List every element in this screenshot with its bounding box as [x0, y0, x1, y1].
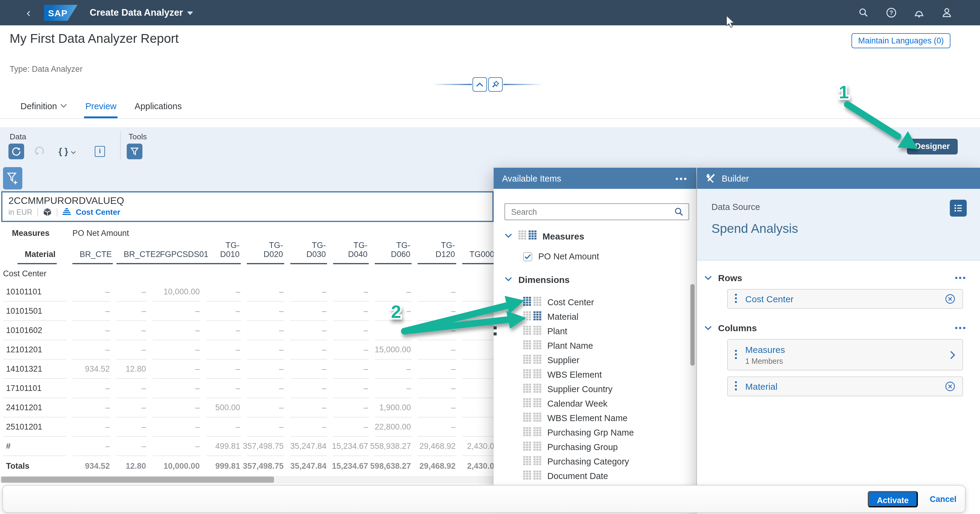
- table-cell[interactable]: [459, 360, 494, 379]
- filter-button[interactable]: [127, 143, 142, 159]
- row-label[interactable]: 12101201: [0, 340, 69, 360]
- table-cell[interactable]: –: [287, 282, 330, 302]
- table-cell[interactable]: –: [287, 302, 330, 321]
- table-cell[interactable]: 12.80: [113, 360, 150, 379]
- checkbox-checked[interactable]: [523, 252, 532, 261]
- tree-item-dimension[interactable]: Supplier Country: [494, 382, 696, 396]
- horizontal-scrollbar[interactable]: [0, 476, 494, 483]
- tab-preview[interactable]: Preview: [85, 94, 116, 118]
- tree-item-dimension[interactable]: Purchasing Group: [494, 440, 696, 454]
- tree-item-measure[interactable]: PO Net Amount: [494, 249, 696, 264]
- table-cell[interactable]: –: [330, 302, 372, 321]
- table-cell[interactable]: –: [330, 340, 372, 360]
- table-cell[interactable]: –: [330, 321, 372, 340]
- remove-icon[interactable]: [945, 381, 955, 391]
- table-cell[interactable]: 357,498.75: [244, 437, 287, 456]
- row-label[interactable]: 10101602: [0, 321, 69, 340]
- table-cell[interactable]: –: [415, 360, 459, 379]
- table-cell[interactable]: [459, 379, 494, 398]
- table-cell[interactable]: –: [330, 360, 372, 379]
- row-label[interactable]: 17101101: [0, 379, 69, 398]
- table-cell[interactable]: 22,800.00: [372, 417, 415, 437]
- table-cell[interactable]: –: [69, 282, 113, 302]
- table-cell[interactable]: –: [244, 417, 287, 437]
- row-label[interactable]: 10101501: [0, 302, 69, 321]
- column-header[interactable]: BR_CTE2: [113, 241, 150, 264]
- table-cell[interactable]: 15,000.00: [372, 340, 415, 360]
- table-cell[interactable]: –: [372, 282, 415, 302]
- column-header[interactable]: TG-D040: [330, 241, 372, 264]
- table-cell[interactable]: –: [69, 340, 113, 360]
- tree-item-dimension[interactable]: Plant: [494, 324, 696, 339]
- builder-card-material[interactable]: Material: [727, 376, 963, 396]
- pin-header-button[interactable]: [488, 77, 503, 92]
- search-input[interactable]: [510, 207, 674, 217]
- maintain-languages-button[interactable]: Maintain Languages (0): [851, 33, 950, 48]
- axis-dimension-link[interactable]: Cost Center: [76, 207, 120, 216]
- table-cell[interactable]: –: [415, 302, 459, 321]
- collapse-header-button[interactable]: [473, 77, 487, 92]
- table-cell[interactable]: 1,900.00: [372, 398, 415, 417]
- table-cell[interactable]: 12.80: [113, 456, 150, 476]
- row-dimension-label[interactable]: Cost Center: [0, 264, 494, 282]
- table-cell[interactable]: 10,000.00: [150, 282, 204, 302]
- tab-definition[interactable]: Definition: [21, 94, 67, 118]
- back-icon[interactable]: ‹: [27, 6, 30, 19]
- table-cell[interactable]: –: [204, 321, 244, 340]
- refresh-button[interactable]: [8, 143, 24, 159]
- tree-item-dimension[interactable]: WBS Element: [494, 368, 696, 382]
- table-cell[interactable]: –: [330, 282, 372, 302]
- panel-scrollbar-thumb[interactable]: [690, 284, 695, 366]
- table-cell[interactable]: 29,468.92: [415, 437, 459, 456]
- builder-card-cost-center[interactable]: Cost Center: [727, 289, 963, 309]
- row-label[interactable]: #: [0, 437, 69, 456]
- table-cell[interactable]: –: [204, 282, 244, 302]
- table-cell[interactable]: –: [244, 302, 287, 321]
- column-header[interactable]: FGPCSDS01: [150, 241, 204, 264]
- tree-item-dimension[interactable]: Purchasing Category: [494, 454, 696, 469]
- table-cell[interactable]: –: [69, 398, 113, 417]
- cancel-button[interactable]: Cancel: [930, 494, 956, 503]
- table-cell[interactable]: –: [244, 379, 287, 398]
- table-cell[interactable]: 15,234.67: [330, 437, 372, 456]
- table-cell[interactable]: –: [69, 321, 113, 340]
- table-cell[interactable]: 15,234.67: [330, 456, 372, 476]
- table-cell[interactable]: 598,638.27: [372, 456, 415, 476]
- chevron-right-icon[interactable]: [950, 350, 955, 359]
- undo-button[interactable]: [33, 143, 48, 159]
- columns-section-header[interactable]: Columns •••: [704, 323, 967, 333]
- column-header[interactable]: TG-D060: [372, 241, 415, 264]
- table-cell[interactable]: [459, 321, 494, 340]
- table-cell[interactable]: –: [330, 417, 372, 437]
- tree-item-dimension[interactable]: Plant Name: [494, 339, 696, 353]
- row-label[interactable]: 14101321: [0, 360, 69, 379]
- table-cell[interactable]: –: [415, 379, 459, 398]
- table-cell[interactable]: –: [113, 340, 150, 360]
- table-cell[interactable]: –: [415, 417, 459, 437]
- table-cell[interactable]: –: [244, 360, 287, 379]
- table-cell[interactable]: 934.52: [69, 360, 113, 379]
- table-cell[interactable]: 35,247.84: [287, 437, 330, 456]
- tree-item-dimension[interactable]: Supplier: [494, 353, 696, 368]
- table-cell[interactable]: –: [150, 417, 204, 437]
- table-cell[interactable]: –: [372, 360, 415, 379]
- add-filter-button[interactable]: [3, 167, 22, 189]
- tab-applications[interactable]: Applications: [135, 94, 181, 118]
- table-cell[interactable]: 357,498.75: [244, 456, 287, 476]
- table-cell[interactable]: –: [287, 340, 330, 360]
- search-field[interactable]: [504, 203, 689, 220]
- remove-icon[interactable]: [945, 294, 955, 304]
- table-cell[interactable]: –: [287, 398, 330, 417]
- table-cell[interactable]: –: [69, 417, 113, 437]
- table-cell[interactable]: –: [287, 417, 330, 437]
- info-icon[interactable]: i: [95, 146, 105, 157]
- column-header[interactable]: TG-D030: [287, 241, 330, 264]
- panel-resize-grabber[interactable]: [494, 320, 497, 336]
- table-cell[interactable]: 999.81: [204, 456, 244, 476]
- column-header[interactable]: TG-D010: [204, 241, 244, 264]
- table-cell[interactable]: [459, 302, 494, 321]
- table-cell[interactable]: –: [287, 379, 330, 398]
- expression-menu[interactable]: { }: [59, 146, 76, 156]
- row-label[interactable]: 24101201: [0, 398, 69, 417]
- notifications-icon[interactable]: [914, 7, 924, 18]
